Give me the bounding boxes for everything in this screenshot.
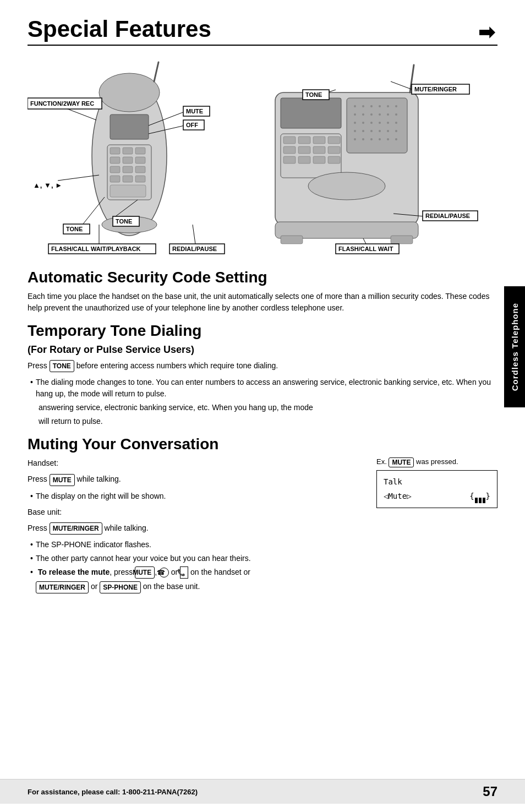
svg-point-32 bbox=[395, 113, 397, 116]
svg-rect-53 bbox=[283, 137, 296, 144]
side-tab-text: Cordless Telephone bbox=[510, 303, 519, 391]
muting-section: Muting Your Conversation Handset: Press … bbox=[28, 435, 497, 593]
svg-rect-62 bbox=[298, 156, 310, 164]
svg-point-33 bbox=[354, 122, 356, 124]
svg-rect-54 bbox=[298, 137, 310, 144]
svg-text:MUTE: MUTE bbox=[186, 108, 203, 115]
svg-point-22 bbox=[362, 105, 364, 107]
release-bold: To release the mute bbox=[38, 568, 110, 576]
svg-point-26 bbox=[395, 105, 397, 107]
phone-icon: ☎ bbox=[159, 568, 169, 577]
svg-rect-8 bbox=[123, 157, 133, 164]
svg-line-104 bbox=[193, 225, 195, 244]
auto-security-section: Automatic Security Code Setting Each tim… bbox=[28, 269, 497, 314]
svg-point-36 bbox=[379, 122, 381, 124]
svg-point-37 bbox=[387, 122, 389, 124]
svg-rect-66 bbox=[281, 236, 303, 244]
svg-line-105 bbox=[363, 238, 366, 244]
svg-point-23 bbox=[370, 105, 373, 107]
svg-point-39 bbox=[354, 130, 356, 132]
svg-rect-63 bbox=[313, 156, 325, 164]
muting-bullet3: The other party cannot hear your voice b… bbox=[28, 553, 497, 564]
tone-key: TONE bbox=[50, 360, 74, 372]
svg-point-47 bbox=[370, 138, 373, 140]
svg-text:FLASH/CALL WAIT: FLASH/CALL WAIT bbox=[338, 246, 393, 252]
muting-release-line2: MUTE/RINGER or SP-PHONE on the base unit… bbox=[28, 581, 497, 593]
svg-line-84 bbox=[83, 197, 105, 225]
svg-point-41 bbox=[370, 130, 373, 132]
svg-text:OFF: OFF bbox=[186, 122, 198, 128]
muting-left: Handset: Press MUTE while talking. The d… bbox=[28, 457, 365, 553]
svg-point-46 bbox=[362, 138, 364, 140]
svg-rect-60 bbox=[328, 146, 340, 154]
auto-security-body: Each time you place the handset on the b… bbox=[28, 291, 497, 314]
press-mute-line: Press MUTE while talking. bbox=[28, 473, 365, 486]
svg-rect-58 bbox=[298, 146, 310, 154]
auto-security-title: Automatic Security Code Setting bbox=[28, 269, 497, 286]
sp-phone-key: SP-PHONE bbox=[100, 581, 141, 593]
svg-rect-56 bbox=[328, 137, 340, 144]
tone-dialing-bullet1: The dialing mode changes to tone. You ca… bbox=[28, 377, 497, 400]
svg-point-27 bbox=[354, 113, 356, 116]
svg-point-25 bbox=[387, 105, 389, 107]
svg-point-44 bbox=[395, 130, 397, 132]
mute-key-release: MUTE bbox=[135, 566, 155, 579]
svg-rect-9 bbox=[135, 157, 145, 164]
page-container: Cordless Telephone Special Features ➡ bbox=[0, 0, 525, 812]
svg-point-30 bbox=[379, 113, 381, 116]
arrow-icon: ➡ bbox=[478, 21, 495, 44]
svg-point-29 bbox=[370, 113, 373, 116]
svg-text:REDIAL/PAUSE: REDIAL/PAUSE bbox=[425, 212, 470, 219]
svg-rect-5 bbox=[123, 148, 133, 154]
svg-point-28 bbox=[362, 113, 364, 116]
svg-text:TONE: TONE bbox=[66, 226, 83, 232]
svg-text:FUNCTION/2WAY REC: FUNCTION/2WAY REC bbox=[30, 100, 94, 107]
svg-text:MUTE/RINGER: MUTE/RINGER bbox=[414, 86, 457, 92]
svg-rect-4 bbox=[110, 148, 120, 154]
page-footer: For assistance, please call: 1-800-211-P… bbox=[0, 779, 525, 804]
title-divider bbox=[28, 45, 497, 46]
svg-rect-14 bbox=[123, 176, 133, 182]
svg-point-35 bbox=[370, 122, 373, 124]
svg-point-1 bbox=[99, 73, 160, 112]
svg-text:▲, ▼, ►: ▲, ▼, ► bbox=[33, 181, 62, 189]
muting-bullet2: The SP-PHONE indicator flashes. bbox=[28, 539, 365, 551]
svg-line-17 bbox=[154, 62, 158, 81]
muting-bullet1: The display on the right will be shown. bbox=[28, 491, 365, 502]
svg-rect-55 bbox=[313, 137, 325, 144]
page-number: 57 bbox=[483, 784, 497, 799]
diagram-area: FUNCTION/2WAY REC TONE MUTE OFF ▲, ▼, ► … bbox=[28, 54, 497, 258]
base-label: Base unit: bbox=[28, 506, 365, 518]
svg-rect-7 bbox=[110, 157, 120, 164]
tone-dialing-indent2: will return to pulse. bbox=[28, 416, 497, 427]
mute-ringer-key-release: MUTE/RINGER bbox=[36, 581, 89, 593]
svg-point-50 bbox=[395, 138, 397, 140]
svg-point-40 bbox=[362, 130, 364, 132]
handset-label: Handset: bbox=[28, 457, 365, 469]
tone-dialing-press: Press TONE before entering access number… bbox=[28, 360, 497, 372]
svg-rect-6 bbox=[135, 148, 145, 154]
svg-text:TONE: TONE bbox=[116, 218, 132, 225]
svg-point-24 bbox=[379, 105, 381, 107]
svg-rect-61 bbox=[283, 156, 296, 164]
svg-rect-59 bbox=[313, 146, 325, 154]
sp-icon: 📞 bbox=[180, 566, 188, 579]
tone-dialing-section: Temporary Tone Dialing (For Rotary or Pu… bbox=[28, 322, 497, 427]
svg-rect-16 bbox=[110, 185, 146, 197]
display-example: Talk ◁Mute▷ {} bbox=[376, 470, 497, 508]
side-tab: Cordless Telephone bbox=[504, 286, 525, 407]
mute-example-key: MUTE bbox=[389, 457, 414, 467]
example-header: Ex. MUTE was pressed. bbox=[376, 457, 497, 467]
svg-rect-11 bbox=[123, 166, 133, 173]
svg-point-38 bbox=[395, 122, 397, 124]
svg-point-45 bbox=[354, 138, 356, 140]
tone-dialing-subtitle: (For Rotary or Pulse Service Users) bbox=[28, 344, 497, 356]
svg-rect-12 bbox=[135, 166, 145, 173]
press-mute-ringer-line: Press MUTE/RINGER while talking. bbox=[28, 522, 365, 535]
muting-right: Ex. MUTE was pressed. Talk ◁Mute▷ {} bbox=[376, 457, 497, 553]
svg-rect-10 bbox=[110, 166, 120, 173]
tone-after-press: before entering access numbers which req… bbox=[76, 361, 278, 370]
muting-release: To release the mute, press MUTE, ☎ or 📞 … bbox=[28, 566, 497, 579]
svg-rect-64 bbox=[328, 156, 340, 164]
svg-rect-15 bbox=[135, 176, 145, 182]
